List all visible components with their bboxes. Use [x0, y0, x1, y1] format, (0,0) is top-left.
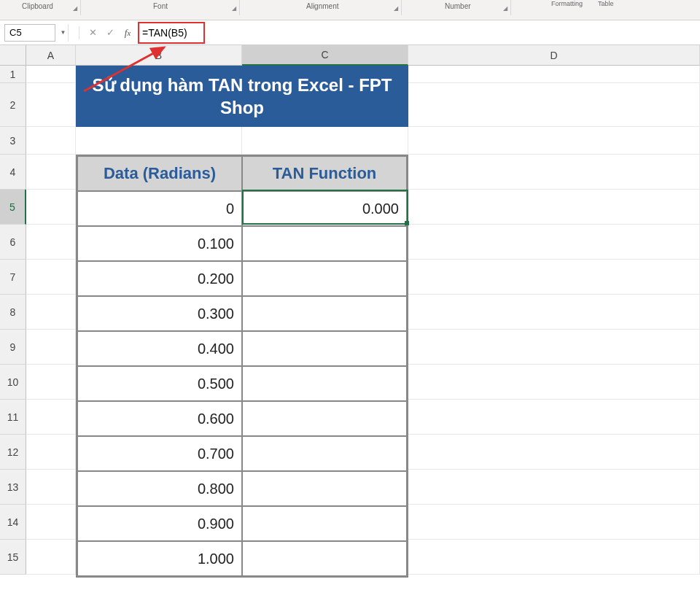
- column-header-C[interactable]: C: [242, 45, 408, 66]
- table-cell-tan[interactable]: [242, 541, 407, 576]
- cell-A3[interactable]: [26, 127, 76, 155]
- row-header-1[interactable]: 1: [0, 66, 26, 83]
- row-header-15[interactable]: 15: [0, 540, 26, 575]
- cell-D13[interactable]: [408, 470, 700, 505]
- cell-D14[interactable]: [408, 505, 700, 540]
- select-all-corner[interactable]: [0, 45, 26, 66]
- cell-A1[interactable]: [26, 66, 76, 83]
- cell-A11[interactable]: [26, 400, 76, 435]
- cell-A10[interactable]: [26, 365, 76, 400]
- column-header-B[interactable]: B: [76, 45, 242, 66]
- ribbon-item-formatting[interactable]: Formatting: [551, 0, 583, 7]
- table-row: 0.900: [77, 506, 407, 541]
- table-cell-tan[interactable]: [242, 331, 407, 366]
- cell-A6[interactable]: [26, 225, 76, 260]
- column-header-A[interactable]: A: [26, 45, 76, 66]
- row-header-3[interactable]: 3: [0, 127, 26, 155]
- cells-area[interactable]: Sử dụng hàm TAN trong Excel - FPT Shop D…: [26, 66, 700, 575]
- cell-D11[interactable]: [408, 400, 700, 435]
- cell-B3[interactable]: [76, 127, 242, 155]
- cell-D2[interactable]: [408, 83, 700, 127]
- cell-D15[interactable]: [408, 540, 700, 575]
- cell-A15[interactable]: [26, 540, 76, 575]
- table-cell-data[interactable]: 0.900: [77, 506, 242, 541]
- cell-A14[interactable]: [26, 505, 76, 540]
- dialog-launcher-icon[interactable]: ◢: [394, 5, 398, 12]
- cell-D6[interactable]: [408, 225, 700, 260]
- cell-D10[interactable]: [408, 365, 700, 400]
- cell-A7[interactable]: [26, 260, 76, 295]
- table-cell-tan[interactable]: [242, 506, 407, 541]
- row-header-7[interactable]: 7: [0, 260, 26, 295]
- table-cell-data[interactable]: 0.500: [77, 366, 242, 401]
- cell-A2[interactable]: [26, 83, 76, 127]
- row-header-6[interactable]: 6: [0, 225, 26, 260]
- table-cell-tan[interactable]: 0.000: [242, 191, 407, 226]
- cell-D9[interactable]: [408, 330, 700, 365]
- row-header-12[interactable]: 12: [0, 435, 26, 470]
- cancel-icon[interactable]: ✕: [85, 26, 100, 40]
- cell-A8[interactable]: [26, 295, 76, 330]
- table-row: 0.300: [77, 296, 407, 331]
- formula-bar: C5 ▼ ✕ ✓ fx =TAN(B5): [0, 20, 700, 45]
- table-cell-tan[interactable]: [242, 436, 407, 471]
- enter-icon[interactable]: ✓: [103, 26, 117, 40]
- row-header-14[interactable]: 14: [0, 505, 26, 540]
- row-header-13[interactable]: 13: [0, 470, 26, 505]
- table-header-tan[interactable]: TAN Function: [242, 156, 407, 191]
- row-header-5[interactable]: 5: [0, 190, 26, 225]
- table-cell-tan[interactable]: [242, 366, 407, 401]
- separator: [79, 26, 79, 39]
- table-cell-data[interactable]: 0.100: [77, 226, 242, 261]
- table-cell-tan[interactable]: [242, 261, 407, 296]
- table-cell-data[interactable]: 0.600: [77, 401, 242, 436]
- ribbon-separator: [510, 0, 511, 15]
- table-row: 0.500: [77, 366, 407, 401]
- row-header-4[interactable]: 4: [0, 155, 26, 190]
- cell-A12[interactable]: [26, 435, 76, 470]
- row-header-9[interactable]: 9: [0, 330, 26, 365]
- table-row: 0.700: [77, 436, 407, 471]
- cell-D12[interactable]: [408, 435, 700, 470]
- table-cell-data[interactable]: 0.700: [77, 436, 242, 471]
- cell-A13[interactable]: [26, 470, 76, 505]
- dialog-launcher-icon[interactable]: ◢: [232, 5, 236, 12]
- ribbon-item-table[interactable]: Table: [598, 0, 614, 7]
- dialog-launcher-icon[interactable]: ◢: [73, 5, 77, 12]
- name-box[interactable]: C5: [4, 24, 55, 42]
- name-box-dropdown-icon[interactable]: ▼: [58, 24, 69, 42]
- column-header-D[interactable]: D: [408, 45, 700, 66]
- cell-A9[interactable]: [26, 330, 76, 365]
- ribbon-group-clipboard: Clipboard: [22, 2, 53, 10]
- fx-icon[interactable]: fx: [120, 26, 135, 40]
- cell-A5[interactable]: [26, 190, 76, 225]
- cell-D7[interactable]: [408, 260, 700, 295]
- table-cell-data[interactable]: 0.200: [77, 261, 242, 296]
- cell-D1[interactable]: [408, 66, 700, 83]
- table-row: 0.200: [77, 261, 407, 296]
- table-row: 0.100: [77, 226, 407, 261]
- cell-C3[interactable]: [242, 127, 408, 155]
- table-cell-data[interactable]: 0.300: [77, 296, 242, 331]
- table-cell-data[interactable]: 0.400: [77, 331, 242, 366]
- cell-D5[interactable]: [408, 190, 700, 225]
- row-header-10[interactable]: 10: [0, 365, 26, 400]
- table-header-data[interactable]: Data (Radians): [77, 156, 242, 191]
- ribbon-group-number: Number: [445, 2, 471, 10]
- cell-D3[interactable]: [408, 127, 700, 155]
- cell-D4[interactable]: [408, 155, 700, 190]
- dialog-launcher-icon[interactable]: ◢: [503, 5, 508, 12]
- row-header-2[interactable]: 2: [0, 83, 26, 127]
- cell-D8[interactable]: [408, 295, 700, 330]
- table-cell-tan[interactable]: [242, 226, 407, 261]
- formula-input[interactable]: =TAN(B5): [138, 24, 696, 42]
- table-cell-tan[interactable]: [242, 401, 407, 436]
- table-cell-data[interactable]: 1.000: [77, 541, 242, 576]
- table-cell-tan[interactable]: [242, 471, 407, 506]
- row-header-8[interactable]: 8: [0, 295, 26, 330]
- table-cell-data[interactable]: 0.800: [77, 471, 242, 506]
- table-cell-data[interactable]: 0: [77, 191, 242, 226]
- table-cell-tan[interactable]: [242, 296, 407, 331]
- row-header-11[interactable]: 11: [0, 400, 26, 435]
- cell-A4[interactable]: [26, 155, 76, 190]
